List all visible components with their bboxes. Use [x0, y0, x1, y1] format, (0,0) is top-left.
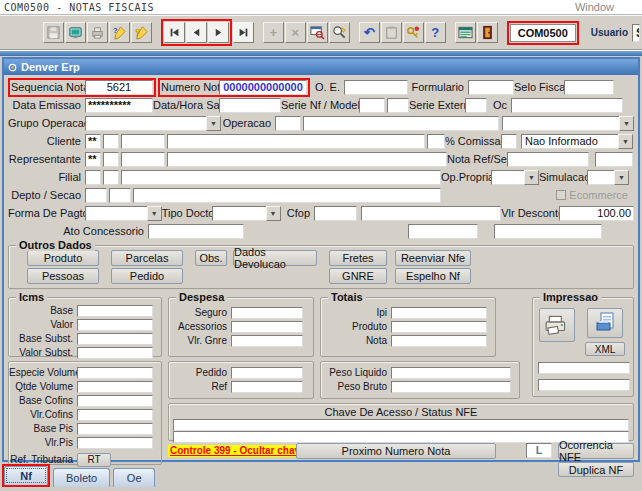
ocorrencia-nfe-button[interactable]: Ocorrencia NFE [558, 443, 634, 459]
print-xml-button[interactable] [587, 308, 623, 338]
screen-button[interactable] [65, 22, 86, 43]
ato-concessorio-field[interactable] [148, 224, 244, 239]
comissao-field[interactable] [501, 134, 517, 149]
query-button[interactable] [307, 22, 328, 43]
edit-run-button[interactable] [131, 22, 152, 43]
cliente-nome-field[interactable] [167, 134, 425, 149]
reenviar-nfe-button[interactable]: Reenviar Nfe [395, 250, 471, 266]
print-danfe-button[interactable] [539, 308, 575, 342]
espelho-nf-button[interactable]: Espelho Nf [395, 268, 471, 284]
operacao-desc-field[interactable] [303, 116, 499, 131]
print-button[interactable] [87, 22, 108, 43]
cliente-code2-field[interactable] [103, 134, 119, 149]
especie-volume-field[interactable] [77, 367, 153, 379]
menu-list-button[interactable] [455, 22, 476, 43]
gnre-button[interactable]: GNRE [329, 268, 387, 284]
duplica-nf-button[interactable]: Duplica NF [558, 462, 634, 477]
aux1-field[interactable] [408, 224, 478, 239]
comissao-tipo-dropdown[interactable]: Nao Informado [521, 134, 633, 149]
nav-prev-button[interactable] [186, 22, 207, 43]
cfop-field[interactable] [314, 206, 357, 221]
tab-oe[interactable]: Oe [113, 468, 155, 487]
undo-button[interactable]: ↶ [359, 22, 380, 43]
window-menu[interactable]: Window [575, 1, 614, 13]
impressao-field-1[interactable] [538, 362, 630, 374]
parcelas-button[interactable]: Parcelas [111, 250, 183, 266]
tab-boleto[interactable]: Boleto [53, 468, 110, 487]
serie-externa-field[interactable] [465, 98, 487, 113]
numero-nota-field[interactable]: 0000000000000 [219, 80, 307, 95]
grupo-operacao-dropdown[interactable] [85, 116, 221, 131]
vlr-desconto-field[interactable]: 100.00 [559, 206, 634, 221]
total-nota-field[interactable] [391, 335, 487, 347]
simulacao-dropdown[interactable] [587, 170, 629, 185]
icms-valor-field[interactable] [77, 319, 153, 331]
xml-button[interactable]: XML [585, 342, 625, 356]
nav-next-button[interactable] [208, 22, 229, 43]
formulario-field[interactable] [468, 80, 514, 95]
icms-base-field[interactable] [77, 305, 153, 317]
user-field[interactable]: SUPORT [632, 24, 640, 42]
forma-pagto-dropdown[interactable] [85, 206, 162, 221]
icms-valor-subst-field[interactable] [77, 347, 153, 359]
base-pis-field[interactable] [77, 423, 153, 435]
cliente-flag-field[interactable]: ** [85, 134, 101, 149]
cliente-extra-field[interactable] [427, 134, 445, 149]
vlr-cofins-field[interactable] [77, 409, 153, 421]
fretes-button[interactable]: Fretes [329, 250, 387, 266]
seguro-field[interactable] [231, 307, 303, 319]
vlr-gnre-field[interactable] [231, 335, 303, 347]
peso-liquido-field[interactable] [391, 367, 511, 379]
operacao-code-field[interactable] [275, 116, 301, 131]
nota-ref-serie-field[interactable] [595, 152, 633, 167]
operacao-extra-dropdown[interactable] [502, 116, 634, 131]
qtde-volume-field[interactable] [77, 381, 153, 393]
save-button[interactable] [43, 22, 64, 43]
representante-code2-field[interactable] [103, 152, 119, 167]
representante-code-field[interactable] [121, 152, 165, 167]
representante-nome-field[interactable] [167, 152, 447, 167]
filial-code2-field[interactable] [103, 170, 119, 185]
commit-keys-button[interactable] [403, 22, 424, 43]
ref-field[interactable] [231, 381, 303, 393]
depto-desc-field[interactable] [133, 188, 441, 203]
serie-nf-field[interactable] [359, 98, 385, 113]
data-hora-saida-field[interactable] [219, 98, 281, 113]
paste-button[interactable] [381, 22, 402, 43]
secao-field[interactable] [109, 188, 131, 203]
representante-flag-field[interactable]: ** [85, 152, 101, 167]
aux2-field[interactable] [494, 224, 602, 239]
oc-field[interactable] [511, 98, 623, 113]
program-code-field[interactable]: COM0500 [510, 24, 576, 42]
help-button[interactable]: ? [425, 22, 446, 43]
dados-devolucao-button[interactable]: Dados Devolucao [233, 250, 317, 266]
oe-field[interactable] [344, 80, 408, 95]
nav-first-button[interactable] [164, 22, 185, 43]
filial-nome-field[interactable] [121, 170, 441, 185]
nota-ref-field[interactable] [507, 152, 589, 167]
data-emissao-field[interactable]: ********** [85, 98, 153, 113]
tab-nf[interactable]: Nf [4, 466, 48, 485]
pessoas-button[interactable]: Pessoas [27, 268, 99, 284]
exit-button[interactable] [477, 22, 498, 43]
impressao-field-2[interactable] [538, 379, 630, 391]
vlr-pis-field[interactable] [77, 437, 153, 449]
delete-record-button[interactable]: × [285, 22, 306, 43]
proximo-numero-nota-button[interactable]: Proximo Numero Nota [296, 443, 496, 459]
chave-field-1[interactable] [173, 419, 629, 431]
acessorios-field[interactable] [231, 321, 303, 333]
modelo-field[interactable] [387, 98, 409, 113]
peso-bruto-field[interactable] [391, 381, 511, 393]
cfop-desc-field[interactable] [361, 206, 501, 221]
produto-button[interactable]: Produto [27, 250, 99, 266]
tipo-docto-dropdown[interactable] [212, 206, 281, 221]
nav-last-button[interactable] [233, 22, 254, 43]
sequencia-nota-field[interactable]: 5621 [85, 80, 153, 95]
obs-button[interactable]: Obs. [195, 250, 227, 266]
pedido-button[interactable]: Pedido [111, 268, 183, 284]
edit-help-button[interactable]: ? [109, 22, 130, 43]
total-produto-field[interactable] [391, 321, 487, 333]
cliente-code-field[interactable] [121, 134, 165, 149]
filial-code-field[interactable] [85, 170, 101, 185]
search-edit-button[interactable] [329, 22, 350, 43]
